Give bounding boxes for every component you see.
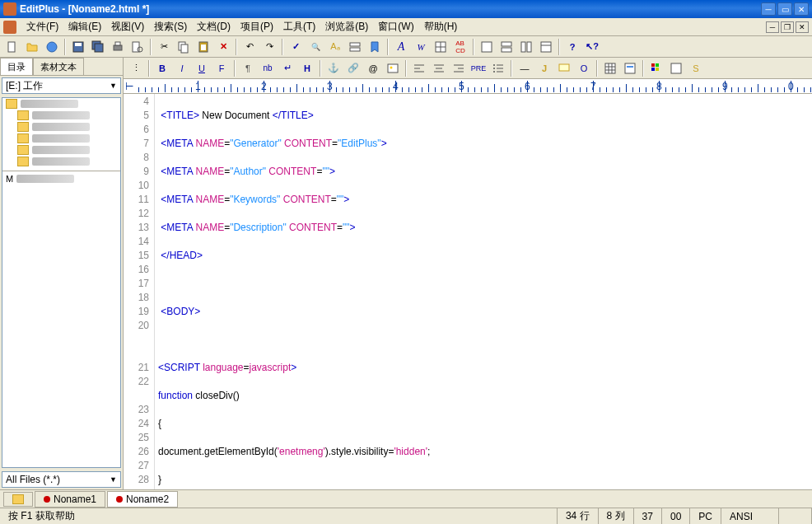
filetree-label [16, 175, 74, 183]
menu-browser[interactable]: 浏览器(B) [320, 18, 373, 35]
filetree-item[interactable]: M [2, 173, 120, 185]
help-icon[interactable]: ? [563, 38, 581, 56]
menu-document[interactable]: 文档(D) [192, 18, 236, 35]
break-button[interactable]: ↵ [278, 59, 296, 77]
menu-help[interactable]: 帮助(H) [419, 18, 463, 35]
filetree-item[interactable] [2, 144, 120, 156]
style-button[interactable]: S [687, 59, 705, 77]
spell-icon[interactable]: ✓ [287, 38, 305, 56]
doctab-folder[interactable] [3, 492, 33, 507]
filetree-item[interactable] [2, 98, 120, 110]
delete-icon[interactable]: ✕ [214, 38, 232, 56]
char-icon[interactable] [667, 59, 685, 77]
undo-icon[interactable]: ↶ [240, 38, 259, 56]
minimize-button[interactable]: ─ [761, 2, 776, 16]
image-icon[interactable] [384, 59, 402, 77]
replace-icon[interactable] [346, 38, 364, 56]
sidebar-tab-cliptext[interactable]: 素材文本 [33, 58, 84, 75]
file-type-filter[interactable]: All Files (*.*) ▼ [2, 471, 121, 488]
menu-view[interactable]: 视图(V) [106, 18, 149, 35]
align-right-icon[interactable] [450, 59, 468, 77]
modified-dot-icon [116, 496, 123, 503]
pre-button[interactable]: PRE [469, 59, 488, 77]
preview-icon[interactable] [128, 38, 147, 56]
colors-icon[interactable] [647, 59, 665, 77]
word-icon[interactable]: W [412, 38, 430, 56]
copy-icon[interactable] [175, 38, 193, 56]
filetree-label [32, 146, 90, 154]
doc-close-button[interactable]: ✕ [796, 21, 809, 33]
window-buttons: ─ ▭ ✕ [761, 2, 809, 16]
filetree-label [32, 123, 90, 131]
filetree-item[interactable] [2, 133, 120, 144]
findnext-icon[interactable]: Aₐ [326, 38, 344, 56]
doc-restore-button[interactable]: ❐ [781, 21, 794, 33]
align-left-icon[interactable] [410, 59, 428, 77]
svg-rect-24 [541, 42, 551, 52]
file-tree[interactable]: M [2, 97, 121, 468]
menu-edit[interactable]: 编辑(E) [63, 18, 106, 35]
mail-button[interactable]: @ [364, 59, 382, 77]
italic-button[interactable]: I [173, 59, 191, 77]
folder-icon [17, 110, 29, 120]
dropdown-arrow-icon: ▼ [110, 82, 117, 90]
menu-tools[interactable]: 工具(T) [278, 18, 320, 35]
statusbar: 按 F1 获取帮助 34 行 8 列 37 00 PC ANSI [0, 508, 812, 524]
whatsthis-icon[interactable]: ↖? [583, 38, 601, 56]
window4-icon[interactable] [537, 38, 555, 56]
font-button[interactable]: F [212, 59, 231, 77]
window3-icon[interactable] [517, 38, 535, 56]
filetree-item[interactable] [2, 110, 120, 121]
link-icon[interactable]: 🔗 [344, 59, 362, 77]
maximize-button[interactable]: ▭ [777, 2, 792, 16]
doctab-noname2[interactable]: Noname2 [107, 491, 178, 508]
cut-icon[interactable]: ✂ [155, 38, 173, 56]
js-button[interactable]: J [535, 59, 553, 77]
drive-select[interactable]: [E:] 工作 ▼ [2, 77, 121, 94]
list-icon[interactable] [489, 59, 507, 77]
save-icon[interactable] [69, 38, 87, 56]
font-icon[interactable]: A [392, 38, 410, 56]
menu-project[interactable]: 项目(P) [236, 18, 278, 35]
window1-icon[interactable] [478, 38, 496, 56]
object-button[interactable]: O [575, 59, 593, 77]
close-button[interactable]: ✕ [794, 2, 809, 16]
browser-icon[interactable] [43, 38, 61, 56]
code-content[interactable]: <TITLE> New Document </TITLE> <META NAME… [155, 94, 812, 489]
doctab-noname1[interactable]: Noname1 [35, 491, 105, 508]
bold-button[interactable]: B [153, 59, 171, 77]
anchor-icon[interactable]: ⚓ [324, 59, 343, 77]
sidebar-tab-directory[interactable]: 目录 [0, 58, 33, 75]
svg-rect-3 [75, 43, 82, 46]
menu-search[interactable]: 搜索(S) [149, 18, 192, 35]
bookmark-icon[interactable] [366, 38, 384, 56]
doc-minimize-button[interactable]: ─ [766, 21, 779, 33]
menu-file[interactable]: 文件(F) [21, 18, 63, 35]
saveall-icon[interactable] [89, 38, 107, 56]
table-icon[interactable] [601, 59, 619, 77]
form-icon[interactable] [621, 59, 639, 77]
window2-icon[interactable] [497, 38, 516, 56]
align-center-icon[interactable] [430, 59, 448, 77]
code-area[interactable]: 4567891011121314151617181920212223242526… [124, 94, 812, 489]
toolbar-main: ✂ ✕ ↶ ↷ ✓ 🔍 Aₐ A W ABCD ? ↖? [0, 36, 812, 58]
comment-icon[interactable] [555, 59, 573, 77]
filetree-item[interactable] [2, 121, 120, 133]
abc-icon[interactable]: ABCD [451, 38, 469, 56]
paragraph-button[interactable]: ¶ [239, 59, 257, 77]
menu-window[interactable]: 窗口(W) [373, 18, 418, 35]
svg-rect-11 [181, 44, 188, 53]
find-icon[interactable]: 🔍 [306, 38, 324, 56]
hr-icon[interactable]: — [516, 59, 534, 77]
sidebar-tabs: 目录 素材文本 [0, 58, 123, 76]
redo-icon[interactable]: ↷ [260, 38, 278, 56]
new-file-icon[interactable] [3, 38, 21, 56]
heading-button[interactable]: H [298, 59, 316, 77]
hex-icon[interactable] [432, 38, 450, 56]
underline-button[interactable]: U [193, 59, 211, 77]
paste-icon[interactable] [194, 38, 212, 56]
print-icon[interactable] [109, 38, 127, 56]
filetree-item[interactable] [2, 156, 120, 167]
open-file-icon[interactable] [23, 38, 41, 56]
nbsp-button[interactable]: nb [259, 59, 277, 77]
